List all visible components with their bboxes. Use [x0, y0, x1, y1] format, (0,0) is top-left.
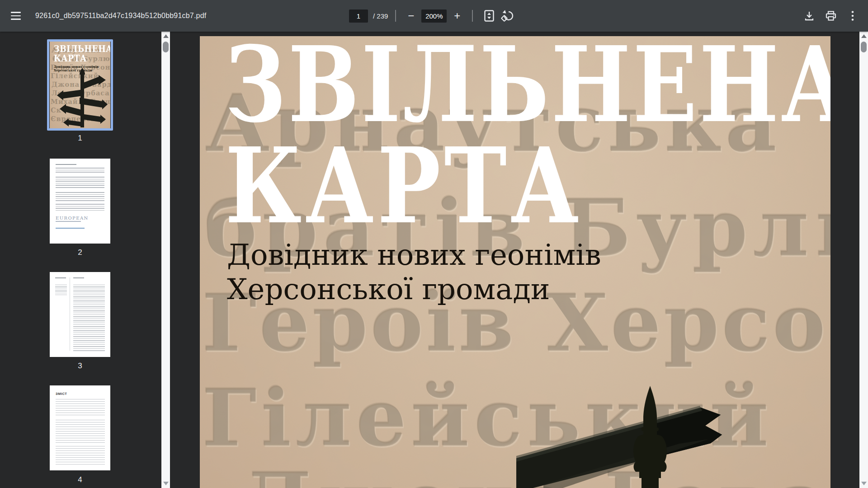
thumbnail-page-2[interactable]: EUROPEAN	[50, 159, 110, 244]
toolbar-actions	[800, 0, 862, 32]
thumbnail-number-4[interactable]: 4	[50, 475, 110, 484]
print-button[interactable]	[822, 7, 840, 25]
document-title-line1: ЗВІЛЬНЕНА	[225, 36, 830, 137]
thumbnail-number-1[interactable]: 1	[50, 134, 110, 143]
thumbnail-number-2[interactable]: 2	[50, 248, 110, 257]
rotate-button[interactable]	[498, 7, 516, 25]
menu-button[interactable]	[6, 6, 25, 25]
main-scroll-down-arrow[interactable]	[859, 480, 868, 487]
thumbnail-page-4[interactable]: ЗМІСТ	[50, 385, 110, 470]
document-filename: 9261c0_db597511ba2d47c1934b512b0bb91cb7.…	[35, 12, 206, 20]
cover-thumb-title: ЗВІЛЬНЕНА КАРТА	[54, 44, 110, 64]
zoom-level-value[interactable]: 200%	[421, 9, 447, 23]
rotate-counterclockwise-icon	[501, 10, 514, 22]
hamburger-icon	[11, 12, 21, 13]
page-zoom-controls: / 239 − 200% +	[349, 0, 516, 32]
viewer-body: Арнаутська братів Бурлюк Героїв Херсона …	[0, 32, 868, 488]
signpost-illustration	[516, 384, 830, 488]
download-button[interactable]	[800, 7, 818, 25]
thumbnail-number-3[interactable]: 3	[50, 361, 110, 371]
zoom-out-button[interactable]: −	[403, 8, 419, 23]
european-logo-text: EUROPEAN	[56, 216, 89, 221]
download-icon	[804, 11, 814, 21]
toolbar-separator	[472, 10, 473, 22]
document-title-line2: КАРТА	[225, 134, 582, 238]
thumbnail-page-3[interactable]	[50, 272, 110, 357]
main-scrollbar-thumb[interactable]	[861, 42, 867, 52]
more-options-button[interactable]	[844, 7, 862, 25]
toc-heading: ЗМІСТ	[56, 392, 67, 396]
signpost-thumb-illustration	[57, 67, 108, 127]
fit-page-icon	[484, 10, 494, 22]
thumbnail-sidebar: Арнаутська братів Бурлюк Героїв Херсона …	[0, 32, 171, 488]
sidebar-scrollbar-thumb[interactable]	[163, 42, 169, 52]
pdf-page-1[interactable]: Арнаутська братів Бурлюк Героїв Херсона …	[200, 36, 830, 488]
main-scroll-up-arrow[interactable]	[859, 33, 868, 40]
sidebar-scroll-up-arrow[interactable]	[161, 33, 170, 40]
page-count-label: / 239	[373, 12, 388, 20]
document-subtitle: Довідник нових геонімів Херсонської гром…	[227, 238, 601, 306]
thumbnail-page-1[interactable]: Арнаутська братів Бурлюк Героїв Херсона …	[50, 42, 110, 128]
link-line	[56, 228, 85, 229]
page-number-input[interactable]	[349, 9, 368, 23]
toolbar-separator	[395, 10, 396, 22]
zoom-in-button[interactable]: +	[449, 8, 465, 23]
main-scrollbar[interactable]	[859, 32, 868, 488]
print-icon	[826, 11, 836, 21]
toolbar: 9261c0_db597511ba2d47c1934b512b0bb91cb7.…	[0, 0, 868, 32]
fit-to-page-button[interactable]	[480, 7, 498, 25]
sidebar-scrollbar[interactable]	[161, 32, 170, 488]
pdf-viewer-window: 9261c0_db597511ba2d47c1934b512b0bb91cb7.…	[0, 0, 868, 488]
kebab-menu-icon	[851, 10, 854, 21]
sidebar-scroll-down-arrow[interactable]	[161, 480, 170, 487]
